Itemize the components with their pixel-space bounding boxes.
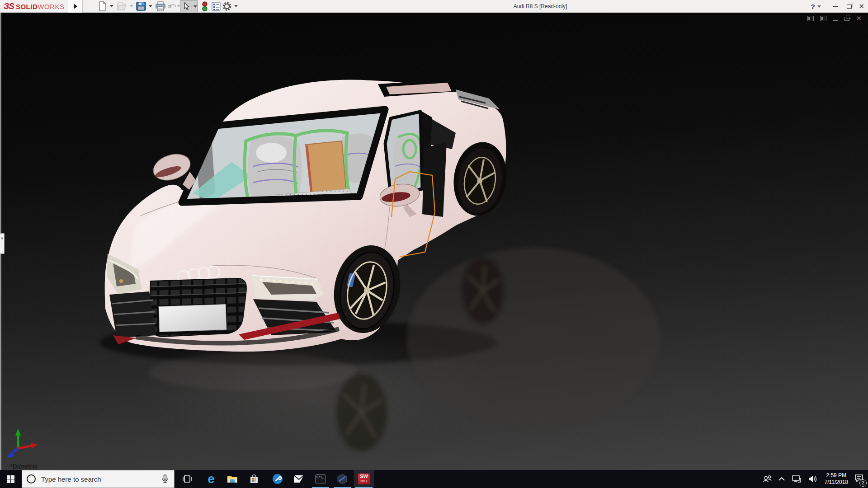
orientation-triad [4,425,49,465]
selection-filter-icon[interactable] [202,1,208,12]
menu-flyout-button[interactable] [68,0,83,13]
show-pane-icon[interactable] [807,16,814,21]
clock[interactable]: 2:59 PM 7/11/2018 [825,472,849,486]
clock-time: 2:59 PM [825,472,849,479]
open-dropdown[interactable] [130,5,133,7]
solidworks-logo: ЗS SOLIDWORKS [4,1,64,11]
hexagon-app-icon [337,474,348,484]
undo-icon [167,1,177,11]
options-gear-icon[interactable] [222,1,232,12]
help-button[interactable]: ? [811,0,821,13]
command-prompt-button[interactable]: C:\_ [311,470,330,488]
wrench-circle-icon [272,474,283,484]
taskbar-search[interactable] [22,470,175,488]
side-window[interactable] [385,112,422,195]
solidworks-taskbar-button[interactable]: SW 2017 [354,470,374,488]
save-icon[interactable] [136,1,146,12]
edge-icon: e [208,473,214,485]
select-tool-button[interactable] [180,0,198,12]
store-icon [249,474,259,484]
doc-close-icon[interactable]: ✕ [856,15,862,22]
dassault-mark: ЗS [4,1,14,11]
new-document-icon[interactable] [97,1,108,12]
action-center-button[interactable]: 2 [854,474,863,484]
save-dropdown[interactable] [149,5,152,7]
cortana-icon [27,474,36,483]
search-input[interactable] [41,475,161,483]
properties-icon[interactable] [211,1,222,12]
volume-icon[interactable] [808,475,818,483]
minimize-button[interactable] [833,0,838,13]
hidden-icons-chevron[interactable] [778,477,785,481]
file-explorer-button[interactable] [222,470,242,488]
y-axis-arrow [15,428,21,436]
right-headlight[interactable] [251,275,324,300]
file-explorer-icon [227,474,238,483]
graphics-viewport[interactable]: ✕ *Dimetric [0,13,868,470]
view-orientation-label: *Dimetric [10,463,38,470]
left-mirror[interactable] [150,150,196,190]
front-grille[interactable] [145,278,253,338]
notification-badge: 2 [859,479,867,487]
store-button[interactable] [244,470,264,488]
taskbar: e C:\_ [0,470,868,488]
edge-button[interactable]: e [201,470,221,488]
doc-restore-icon[interactable] [844,17,849,21]
edrawings-button[interactable] [332,470,352,488]
select-dropdown[interactable] [193,5,197,8]
restore-icon [847,5,852,9]
start-button[interactable] [0,470,21,488]
people-icon[interactable] [763,475,772,483]
support-app-button[interactable] [268,470,288,488]
flyout-arrow-icon [74,4,77,9]
windshield[interactable] [182,109,385,216]
microphone-icon[interactable] [161,474,169,483]
restore-button[interactable] [847,0,852,13]
titlebar: ЗS SOLIDWORKS [0,0,868,13]
task-view-icon [182,474,192,484]
clock-date: 7/11/2018 [825,479,849,486]
doc-minimize-icon[interactable] [833,20,838,21]
command-prompt-icon: C:\_ [315,474,326,483]
feature-tree-collapsed-tab[interactable] [0,233,5,254]
windows-logo-icon [7,475,14,483]
car-model-render[interactable] [0,13,868,470]
options-dropdown[interactable] [234,5,238,7]
new-document-dropdown[interactable] [110,5,113,7]
minimize-icon [833,6,838,7]
open-icon[interactable] [116,1,127,12]
task-view-button[interactable] [177,470,197,488]
mail-button[interactable] [289,470,309,488]
solidworks-app-icon: SW 2017 [358,474,370,484]
license-plate [159,304,226,332]
x-axis-arrow [31,443,38,448]
close-icon: ✕ [859,2,864,10]
select-cursor-icon [182,2,191,11]
close-button[interactable]: ✕ [859,0,864,13]
mail-icon [293,475,304,483]
show-pane2-icon[interactable] [820,16,826,21]
network-icon[interactable] [792,475,802,483]
print-icon[interactable] [155,1,166,12]
window-title: Audi R8 S [Read-only] [461,3,619,9]
